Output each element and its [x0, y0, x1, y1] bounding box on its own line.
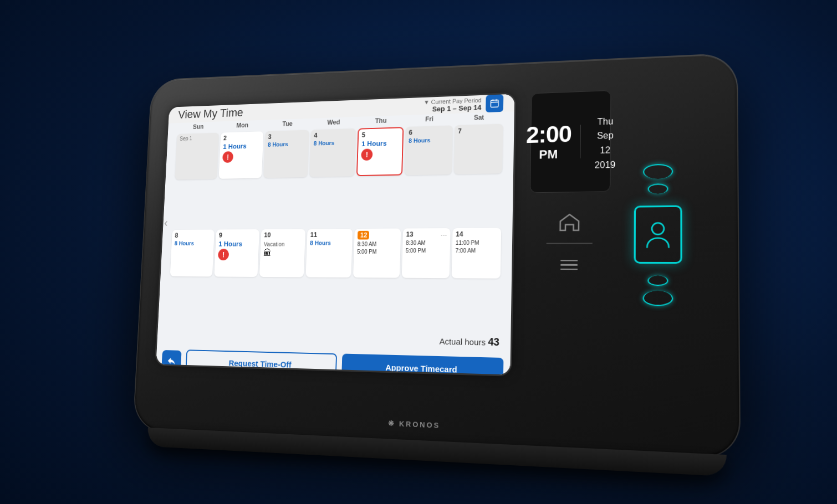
- wave-arc-top-1: [643, 164, 673, 179]
- clock-month-day: Sep 12: [597, 131, 614, 155]
- cal-fri13[interactable]: ··· 13 8:30 AM5:00 PM: [402, 228, 451, 278]
- next-week-button[interactable]: ›: [513, 213, 514, 228]
- nfc-card-icon: [634, 205, 682, 264]
- cal-tue10[interactable]: 10 Vacation 🏛: [259, 229, 305, 277]
- clock-year: 2019: [595, 160, 616, 169]
- clock-time: 2:00: [526, 122, 571, 147]
- nfc-waves-top: [643, 164, 673, 194]
- cal-sat14[interactable]: 14 11:00 PM7:00 AM: [452, 228, 502, 278]
- menu-button[interactable]: [552, 252, 586, 278]
- device-body: View My Time ▼ Current Pay Period Sep 1 …: [134, 54, 739, 459]
- menu-line-1: [560, 260, 578, 261]
- cal-tue3[interactable]: 3 8 Hours: [263, 130, 309, 178]
- clock-divider: [580, 125, 580, 158]
- cal-mon2[interactable]: 2 1 Hours !: [219, 131, 264, 179]
- approve-timecard-button[interactable]: Approve Timecard: [341, 354, 503, 375]
- prev-week-button[interactable]: ‹: [164, 217, 168, 230]
- home-button[interactable]: [552, 209, 587, 235]
- kronos-brand-name: KRONOS: [399, 419, 441, 430]
- sep1-label: Sep 1: [180, 135, 216, 142]
- cal-mon9[interactable]: 9 1 Hours !: [214, 229, 259, 277]
- svg-point-4: [652, 223, 664, 234]
- nav-panel: 2:00 PM Thu Sep 12 2019: [522, 90, 617, 378]
- kronos-logo-icon: ❋: [388, 419, 396, 428]
- kronos-brand: ❋ KRONOS: [388, 419, 440, 430]
- cal-wed4[interactable]: 4 8 Hours: [309, 128, 356, 177]
- clock-day: Thu: [597, 116, 613, 126]
- menu-line-2: [560, 264, 578, 266]
- day-fri: Fri: [406, 114, 453, 125]
- alert-icon-mon2: !: [222, 151, 233, 163]
- nav-buttons: [546, 209, 593, 278]
- request-time-off-button[interactable]: Request Time-Off: [185, 349, 337, 374]
- card-person-icon: [645, 218, 671, 251]
- week1-grid: Sep 1 2 1 Hours ! 3 8 Hours: [172, 124, 503, 228]
- exit-icon-button[interactable]: [161, 350, 182, 372]
- menu-line-3: [560, 269, 578, 270]
- day-wed: Wed: [311, 117, 356, 128]
- period-dates: Sep 1 – Sep 14: [423, 103, 482, 113]
- day-sat: Sat: [455, 112, 503, 124]
- home-icon: [558, 212, 581, 232]
- day-mon: Mon: [221, 120, 264, 131]
- exit-icon: [166, 356, 176, 367]
- alert-icon-thu5: !: [361, 148, 372, 161]
- alert-icon-mon9: !: [218, 249, 229, 260]
- kronos-device: View My Time ▼ Current Pay Period Sep 1 …: [134, 54, 739, 459]
- week2-grid: 8 8 Hours 9 1 Hours ! 10 Vacation: [167, 228, 501, 332]
- clock-display: 2:00 PM Thu Sep 12 2019: [530, 90, 611, 193]
- nfc-waves-bottom: [643, 275, 673, 306]
- cal-wed11[interactable]: 11 8 Hours: [305, 229, 353, 277]
- cal-sep1[interactable]: Sep 1: [175, 133, 219, 180]
- wave-arc-top-2: [648, 183, 668, 194]
- calendar-icon-button[interactable]: [486, 94, 503, 112]
- cal-sun8[interactable]: 8 8 Hours: [170, 230, 215, 277]
- bottom-buttons: Request Time-Off Approve Timecard: [156, 344, 510, 374]
- bank-icon: 🏛: [263, 248, 302, 258]
- cal-fri6[interactable]: 6 8 Hours: [405, 125, 453, 175]
- day-sun: Sun: [177, 121, 220, 132]
- nav-divider-1: [546, 243, 593, 244]
- cal-sat7[interactable]: 7: [454, 124, 503, 174]
- touchscreen: View My Time ▼ Current Pay Period Sep 1 …: [156, 94, 514, 375]
- day-tue: Tue: [266, 119, 309, 129]
- dots-indicator: ···: [441, 230, 447, 239]
- screen-title: View My Time: [178, 106, 243, 121]
- day-thu: Thu: [358, 115, 404, 126]
- wave-arc-bottom-2: [643, 291, 673, 306]
- nfc-panel: [609, 101, 707, 372]
- calendar-icon: [489, 99, 499, 109]
- cal-thu12[interactable]: 12 8:30 AM5:00 PM: [353, 229, 401, 278]
- cal-thu5[interactable]: 5 1 Hours !: [356, 127, 404, 176]
- actual-hours-label: Actual hours: [439, 336, 486, 347]
- svg-rect-0: [491, 100, 498, 107]
- period-selector[interactable]: ▼ Current Pay Period Sep 1 – Sep 14: [423, 94, 504, 114]
- clock-ampm: PM: [525, 147, 571, 162]
- actual-hours-value: 43: [488, 336, 499, 348]
- clock-date: Thu Sep 12 2019: [595, 114, 616, 172]
- calendar-container: ‹ Sun Mon Tue Wed Thu Fri Sat: [158, 111, 514, 332]
- wave-arc-bottom-1: [647, 275, 668, 286]
